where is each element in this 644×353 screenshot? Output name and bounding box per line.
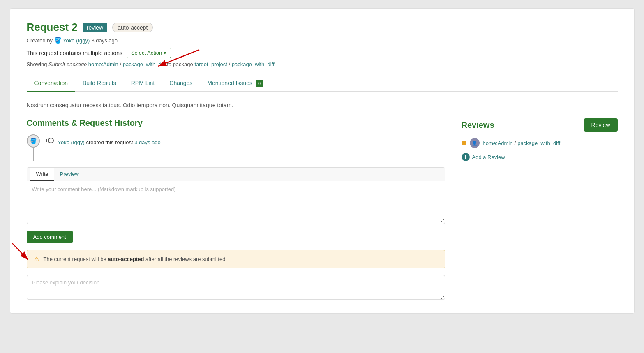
dropdown-chevron-icon: ▾ (164, 50, 166, 56)
tab-conversation[interactable]: Conversation (27, 76, 76, 92)
created-time: 3 days ago (91, 37, 118, 44)
right-column: Reviews Review 👤 home:Admin / package_wi… (462, 118, 618, 301)
comments-section-title: Comments & Request History (27, 118, 445, 128)
tabs-bar: Conversation Build Results RPM Lint Chan… (27, 76, 618, 92)
warning-prefix: The current request will be (44, 256, 106, 262)
plus-circle-icon: + (462, 153, 470, 161)
auto-accept-warning: ⚠ The current request will be auto-accep… (27, 250, 445, 268)
tab-changes-label: Changes (169, 80, 192, 86)
commit-icon-area (46, 138, 55, 143)
created-by-user-link[interactable]: Yoko (Iggy) (63, 37, 90, 44)
tab-build-results[interactable]: Build Results (75, 76, 124, 92)
tab-build-results-label: Build Results (83, 80, 116, 86)
history-user-avatar: 🪣 (27, 134, 40, 148)
tab-rpm-lint[interactable]: RPM Lint (124, 76, 162, 92)
main-content: Nostrum consequatur necessitatibus. Odio… (27, 92, 618, 301)
editor-tab-write[interactable]: Write (30, 168, 54, 181)
showing-slash2: / (229, 61, 231, 67)
badge-review: review (83, 23, 107, 32)
history-user-link[interactable]: Yoko (Iggy) (58, 139, 85, 145)
multiple-actions-text: This request contains multiple actions (27, 50, 122, 56)
showing-slash1: / (120, 61, 121, 67)
editor-tab-preview[interactable]: Preview (54, 168, 85, 181)
warning-bold: auto-accepted (108, 256, 144, 262)
review-status-dot (462, 141, 466, 145)
select-action-button[interactable]: Select Action ▾ (127, 48, 171, 58)
left-column: Comments & Request History 🪣 (27, 118, 445, 301)
warning-icon: ⚠ (34, 255, 39, 263)
review-avatar-inner: 👤 (470, 138, 480, 148)
add-review-label: Add a Review (472, 154, 505, 160)
history-connector-line (33, 148, 34, 161)
showing-prefix: Showing (27, 61, 47, 67)
comment-editor: Write Preview (27, 167, 445, 224)
review-link-home-admin[interactable]: home:Admin (483, 140, 513, 146)
history-time-link[interactable]: 3 days ago (134, 139, 161, 145)
request-title: Request 2 (27, 21, 78, 34)
history-entry: 🪣 Yoko (Iggy) created this (27, 134, 445, 161)
warning-text: The current request will be auto-accepte… (44, 256, 227, 262)
tab-mentioned-issues-label: Mentioned Issues (207, 80, 252, 86)
add-comment-button[interactable]: Add comment (27, 231, 73, 243)
svg-line-3 (12, 243, 28, 260)
content-layout: Comments & Request History 🪣 (27, 118, 618, 301)
review-item-slash: / (514, 140, 517, 146)
reviews-title: Reviews (462, 120, 494, 130)
showing-link-target-project[interactable]: target_project (194, 61, 227, 67)
tab-changes[interactable]: Changes (162, 76, 200, 92)
request-header: Request 2 review auto-accept Created by … (27, 21, 618, 67)
review-avatar: 👤 (470, 138, 480, 148)
multiple-actions-row: This request contains multiple actions S… (27, 48, 618, 58)
tab-rpm-lint-label: RPM Lint (131, 80, 155, 86)
request-title-row: Request 2 review auto-accept (27, 21, 618, 34)
tab-conversation-label: Conversation (34, 80, 68, 86)
editor-tabs: Write Preview (27, 168, 445, 181)
showing-italic: Submit package (48, 61, 88, 67)
created-by-text: Created by (27, 37, 53, 44)
review-button[interactable]: Review (584, 118, 618, 132)
warning-suffix: after all the reviews are submitted. (145, 256, 227, 262)
history-action: created this request (86, 139, 133, 145)
showing-row: Showing Submit package home:Admin / pack… (27, 61, 618, 67)
review-item: 👤 home:Admin / package_with_diff (462, 138, 618, 148)
decision-textarea[interactable] (27, 275, 445, 300)
created-by-line: Created by 🪣 Yoko (Iggy) 3 days ago (27, 37, 618, 44)
review-item-links: home:Admin / package_with_diff (483, 140, 561, 146)
comment-textarea[interactable] (27, 181, 445, 222)
user-icon: 🪣 (54, 37, 61, 44)
badge-auto-accept: auto-accept (112, 23, 153, 32)
showing-link-package-with-diff-1[interactable]: package_with_diff (123, 61, 166, 67)
description-text: Nostrum consequatur necessitatibus. Odio… (27, 102, 618, 108)
showing-link-package-with-diff-2[interactable]: package_with_diff (232, 61, 275, 67)
tab-mentioned-issues[interactable]: Mentioned Issues 0 (200, 76, 270, 92)
showing-middle: to package (167, 61, 194, 67)
review-link-package-with-diff[interactable]: package_with_diff (517, 140, 560, 146)
select-action-label: Select Action (131, 50, 162, 56)
bottom-area: ⚠ The current request will be auto-accep… (27, 250, 445, 301)
reviews-header: Reviews Review (462, 118, 618, 132)
showing-link-home-admin[interactable]: home:Admin (88, 61, 118, 67)
history-text: Yoko (Iggy) created this request 3 days … (58, 137, 161, 145)
user-avatar-icon: 🪣 (30, 138, 37, 144)
mentioned-issues-badge: 0 (256, 80, 263, 87)
add-review-link[interactable]: + Add a Review (462, 153, 618, 161)
